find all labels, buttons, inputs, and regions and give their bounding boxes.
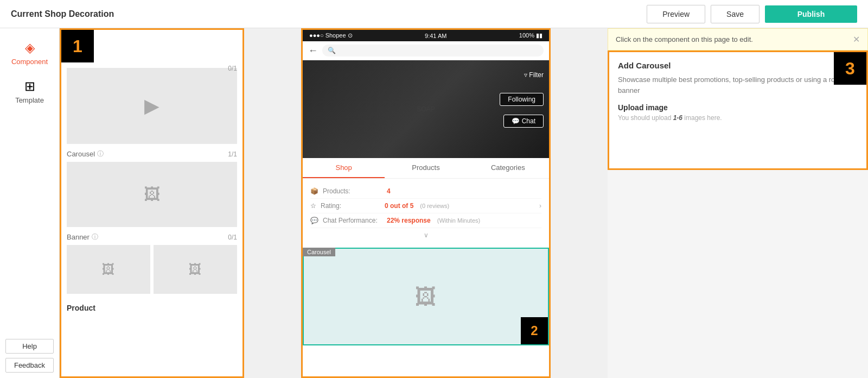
filter-button[interactable]: ▿ Filter [524, 71, 544, 79]
panel1-number: 1 [61, 30, 94, 62]
help-button[interactable]: Help [5, 339, 54, 354]
add-carousel-desc: Showcase multiple best promotions, top-s… [618, 74, 858, 96]
carousel-image-placeholder[interactable]: 🖼 [67, 162, 237, 227]
phone-status-right: 100% ▮▮ [519, 32, 542, 39]
product-label: Product [67, 299, 237, 314]
phone-status-time: 9:41 AM [425, 33, 446, 39]
phone-nav: ← 🔍 [303, 41, 549, 60]
video-placeholder: 0/1 ▶ [67, 68, 237, 144]
carousel-phone-area[interactable]: 🖼 2 [303, 248, 549, 345]
sidebar-bottom: Help Feedback [0, 333, 59, 378]
chat-perf-row: 💬 Chat Performance: 22% response (Within… [310, 213, 541, 228]
filter-label: Filter [529, 71, 544, 79]
template-icon: ⊞ [24, 79, 35, 94]
banner-image-icon-2: 🖼 [189, 262, 202, 277]
phone-preview: ●●●○ Shopee ⊙ 9:41 AM 100% ▮▮ ← 🔍 SOAP ▿ [301, 28, 551, 378]
following-button[interactable]: Following [500, 93, 544, 106]
product-block: Product [67, 299, 237, 314]
video-icon: ▶ [144, 94, 159, 117]
sidebar-item-template[interactable]: ⊞ Template [0, 72, 59, 111]
chat-perf-value: 22% response [387, 217, 431, 224]
panel2-number: 2 [521, 317, 548, 344]
sidebar: ◈ Component ⊞ Template Help Feedback [0, 28, 60, 378]
tab-products[interactable]: Products [385, 158, 467, 178]
chat-icon: 💬 [512, 117, 520, 125]
carousel-count: 1/1 [228, 150, 237, 158]
carousel-label: Carousel [67, 150, 95, 158]
banner-row: 🖼 🖼 [67, 245, 237, 294]
products-value: 4 [387, 187, 391, 195]
chat-perf-label: Chat Performance: [323, 217, 382, 224]
banner-image-icon-1: 🖼 [102, 262, 115, 277]
carousel-header: Carousel ⓘ 1/1 [67, 149, 237, 159]
tab-shop[interactable]: Shop [303, 158, 385, 178]
upload-image-title: Upload image [618, 103, 858, 112]
chat-label: Chat [522, 117, 535, 125]
panel3-number: 3 [834, 52, 866, 85]
panel-center: ●●●○ Shopee ⊙ 9:41 AM 100% ▮▮ ← 🔍 SOAP ▿ [244, 28, 608, 378]
phone-tabs: Shop Products Categories [303, 158, 549, 179]
banner-item-1[interactable]: 🖼 [67, 245, 150, 294]
panel-left: 1 0/1 ▶ Carousel ⓘ 1/1 [60, 28, 244, 378]
video-count: 0/1 [228, 65, 237, 72]
component-icon: ◈ [25, 40, 35, 55]
banner-image: SOAP [303, 60, 549, 158]
chat-perf-sub: (Within Minutes) [437, 217, 480, 224]
sidebar-template-label: Template [15, 96, 44, 104]
video-header: 0/1 [228, 65, 237, 72]
phone-banner: SOAP ▿ Filter Following 💬 Chat [303, 60, 549, 158]
preview-button[interactable]: Preview [647, 5, 705, 23]
upload-image-desc: You should upload 1-6 images here. [618, 114, 858, 122]
phone-back-icon[interactable]: ← [308, 45, 318, 56]
rating-row: ☆ Rating: 0 out of 5 (0 reviews) › [310, 199, 541, 213]
header: Current Shop Decoration Preview Save Pub… [0, 0, 868, 28]
carousel-image-icon: 🖼 [144, 185, 160, 204]
banner-header: Banner ⓘ 0/1 [67, 232, 237, 242]
tooltip-close-icon[interactable]: ✕ [853, 34, 860, 45]
filter-icon: ▿ [524, 71, 527, 79]
phone-status-left: ●●●○ Shopee ⊙ [309, 32, 353, 39]
page-title: Current Shop Decoration [11, 9, 114, 19]
main-layout: ◈ Component ⊞ Template Help Feedback 1 0… [0, 28, 868, 378]
rating-icon: ☆ [310, 202, 316, 210]
video-block: 0/1 ▶ [67, 68, 237, 144]
tab-categories[interactable]: Categories [467, 158, 549, 178]
banner-info-icon: ⓘ [92, 232, 98, 242]
rating-sub: (0 reviews) [420, 203, 449, 209]
add-carousel-title: Add Carousel [618, 61, 858, 70]
carousel-block: Carousel ⓘ 1/1 🖼 [67, 149, 237, 227]
products-label: Products: [323, 187, 382, 195]
feedback-button[interactable]: Feedback [5, 358, 54, 373]
chat-button[interactable]: 💬 Chat [503, 115, 544, 128]
panel1-content: 0/1 ▶ Carousel ⓘ 1/1 🖼 [61, 30, 242, 325]
save-button[interactable]: Save [711, 5, 760, 23]
info-panel: 3 Add Carousel Showcase multiple best pr… [608, 51, 868, 170]
banner-label: Banner [67, 233, 90, 241]
tooltip-bar: Click on the component on this page to e… [608, 28, 868, 51]
banner-item-2[interactable]: 🖼 [154, 245, 237, 294]
rating-value: 0 out of 5 [385, 202, 413, 210]
tooltip-text: Click on the component on this page to e… [616, 35, 753, 43]
carousel-label-wrap: Carousel ⓘ [67, 149, 104, 159]
header-actions: Preview Save Publish [647, 5, 857, 23]
sidebar-item-component[interactable]: ◈ Component [0, 34, 59, 72]
panel-right: Click on the component on this page to e… [608, 28, 868, 378]
products-row: 📦 Products: 4 [310, 184, 541, 199]
sidebar-component-label: Component [11, 58, 48, 66]
chat-perf-icon: 💬 [310, 217, 318, 224]
carousel-info-icon: ⓘ [97, 149, 104, 159]
banner-count: 0/1 [228, 234, 237, 241]
rating-arrow: › [539, 202, 541, 210]
rating-label: Rating: [321, 202, 380, 210]
publish-button[interactable]: Publish [765, 5, 857, 23]
carousel-phone-image-icon: 🖼 [415, 285, 437, 309]
products-icon: 📦 [310, 187, 318, 195]
expand-icon[interactable]: ∨ [310, 228, 541, 242]
search-icon: 🔍 [328, 47, 336, 54]
carousel-phone-section: Carousel 🖼 2 [303, 248, 549, 345]
carousel-tab-label: Carousel [303, 248, 335, 256]
banner-block: Banner ⓘ 0/1 🖼 🖼 [67, 232, 237, 294]
phone-status-bar: ●●●○ Shopee ⊙ 9:41 AM 100% ▮▮ [303, 30, 549, 41]
phone-search-bar[interactable]: 🔍 [322, 45, 544, 56]
phone-shop-info: 📦 Products: 4 ☆ Rating: 0 out of 5 (0 re… [303, 179, 549, 248]
